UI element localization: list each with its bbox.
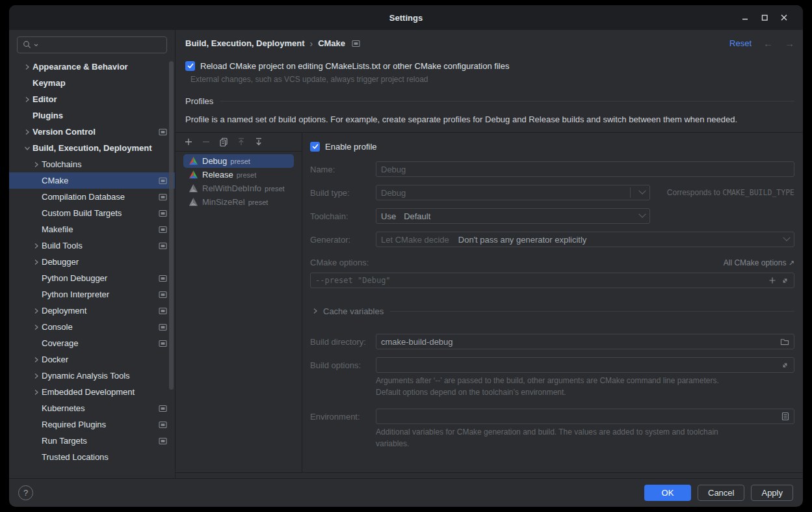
chevron-down-icon[interactable] [638,211,646,218]
env-list-icon[interactable] [781,412,789,421]
sidebar-item[interactable]: Toolchains [9,156,175,172]
chevron-right-icon[interactable] [22,127,33,137]
add-icon[interactable] [182,135,195,148]
sidebar-item[interactable]: Plugins [9,107,175,124]
build-directory-input[interactable] [381,337,776,347]
chevron-right-icon[interactable] [31,387,42,397]
enable-profile-checkbox[interactable]: Enable profile [310,142,794,152]
chevron-right-icon[interactable] [31,257,42,267]
chevron-down-icon[interactable] [783,234,790,241]
profile-list-item[interactable]: RelWithDebInfo preset [183,182,294,195]
sidebar-item[interactable]: Docker [9,351,175,368]
close-icon[interactable] [774,9,794,26]
search-box[interactable] [17,36,167,53]
sidebar-item[interactable]: Python Interpreter [9,286,175,303]
sidebar-item[interactable]: Coverage [9,335,175,351]
forward-arrow-icon[interactable]: → [785,38,794,49]
sidebar-item[interactable]: Keymap [9,75,175,91]
apply-button[interactable]: Apply [751,485,793,501]
profile-form: Enable profile Name: Build type: Debug [302,133,803,472]
sidebar-item[interactable]: Python Debugger [9,270,175,286]
sidebar-item[interactable]: Custom Build Targets [9,205,175,221]
sidebar-item-label: Appearance & Behavior [33,62,128,72]
reload-cmake-checkbox[interactable]: Reload CMake project on editing CMakeLis… [176,61,803,71]
plus-icon[interactable] [768,276,777,285]
checkbox-checked-icon[interactable] [185,61,195,71]
search-input[interactable] [40,40,162,50]
ok-button[interactable]: OK [644,485,691,501]
environment-label: Environment: [310,412,376,422]
cmake-options-label: CMake options: [310,258,369,267]
sidebar-item[interactable]: CMake [9,172,175,189]
sidebar-item[interactable]: Makefile [9,221,175,237]
sidebar-item[interactable]: Build, Execution, Deployment [9,140,175,156]
generator-combobox[interactable]: Let CMake decide Don't pass any generato… [376,232,794,247]
expand-icon[interactable] [781,361,789,370]
minimize-icon[interactable] [735,9,755,26]
reset-link[interactable]: Reset [729,38,752,48]
chevron-right-icon[interactable] [31,159,42,170]
chevron-right-icon[interactable] [310,306,321,316]
sidebar-item[interactable]: Appearance & Behavior [9,59,175,75]
cache-variables-section[interactable]: Cache variables [310,306,794,316]
copy-icon[interactable] [217,135,230,148]
sidebar-scrollbar[interactable] [169,61,174,390]
build-type-combobox[interactable]: Debug [376,185,650,200]
build-options-input[interactable] [381,360,777,370]
back-arrow-icon[interactable]: ← [763,38,773,49]
checkbox-checked-icon[interactable] [310,142,320,152]
sidebar-item[interactable]: Run Targets [9,433,175,449]
remove-icon[interactable] [200,135,213,148]
maximize-icon[interactable] [755,9,774,26]
project-settings-icon [159,177,167,185]
sidebar-item[interactable]: Kubernetes [9,400,175,416]
cmake-options-input[interactable] [315,276,764,285]
folder-icon[interactable] [780,338,789,346]
breadcrumb-separator: › [309,38,313,49]
name-input[interactable] [381,165,789,174]
help-icon[interactable]: ? [18,485,33,500]
cmake-options-field[interactable] [310,273,794,288]
sidebar-item[interactable]: Dynamic Analysis Tools [9,368,175,384]
all-cmake-options-link[interactable]: All CMake options ↗ [724,258,794,267]
environment-input[interactable] [381,412,778,422]
window-title: Settings [9,13,803,23]
toolchain-combobox[interactable]: Use Default [376,208,650,224]
sidebar-item[interactable]: Compilation Database [9,189,175,205]
search-filter-caret-icon[interactable] [34,41,38,49]
build-options-label: Build options: [310,360,376,370]
build-directory-field[interactable] [376,334,794,349]
move-down-icon[interactable] [252,135,265,148]
environment-field[interactable] [376,409,794,424]
project-settings-icon [159,128,167,136]
profile-list-item[interactable]: MinSizeRel preset [183,195,294,209]
sidebar-item[interactable]: Debugger [9,254,175,270]
sidebar-item[interactable]: Version Control [9,124,175,140]
sidebar-item[interactable]: Trusted Locations [9,449,175,465]
cmake-logo-icon [189,156,198,166]
chevron-right-icon[interactable] [31,306,42,316]
sidebar-item[interactable]: Build Tools [9,237,175,254]
chevron-right-icon[interactable] [31,241,42,251]
chevron-right-icon[interactable] [22,62,33,72]
chevron-right-icon[interactable] [31,371,42,381]
sidebar-item[interactable]: Editor [9,91,175,107]
sidebar-item[interactable]: Embedded Development [9,384,175,400]
sidebar-item[interactable]: Deployment [9,303,175,319]
expand-icon[interactable] [781,276,789,285]
move-up-icon[interactable] [235,135,248,148]
chevron-right-icon[interactable] [22,94,33,105]
build-options-field[interactable] [376,357,794,373]
chevron-down-icon[interactable] [638,187,646,195]
sidebar-item[interactable]: Console [9,319,175,335]
cancel-button[interactable]: Cancel [698,485,744,501]
chevron-right-icon[interactable] [22,143,33,154]
chevron-right-icon[interactable] [31,322,42,332]
chevron-right-icon[interactable] [31,355,42,365]
breadcrumb-cmake[interactable]: CMake [318,38,345,48]
breadcrumb-build-execution-deployment[interactable]: Build, Execution, Deployment [185,38,304,48]
name-field[interactable] [376,161,794,177]
profile-list-item[interactable]: Release preset [183,168,294,182]
profile-list-item[interactable]: Debug preset [183,154,294,168]
sidebar-item[interactable]: Required Plugins [9,416,175,433]
